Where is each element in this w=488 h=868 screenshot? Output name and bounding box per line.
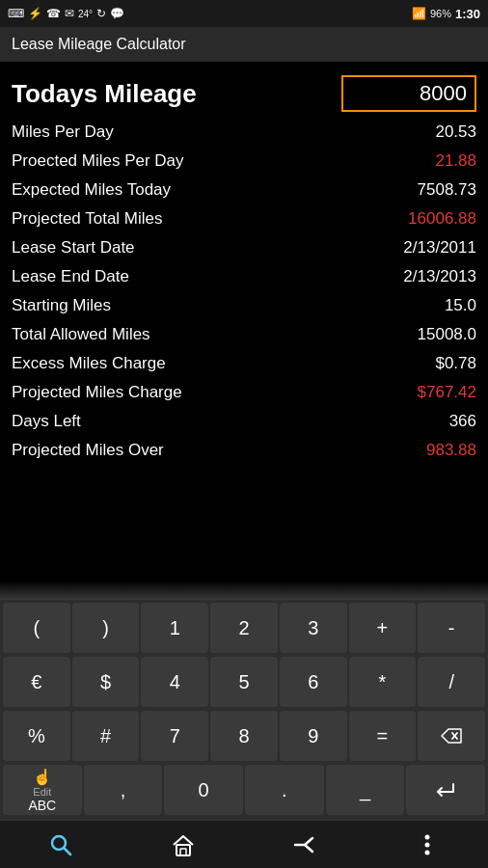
- table-row: Projected Miles Charge$767.42: [12, 378, 476, 407]
- keyboard-key-x[interactable]: #: [72, 711, 140, 761]
- table-row: Expected Miles Today7508.73: [12, 176, 476, 204]
- row-label: Projected Total Miles: [12, 209, 163, 229]
- keyboard-enter-key[interactable]: [406, 765, 485, 815]
- table-row: Excess Miles Charge$0.78: [12, 349, 476, 378]
- row-label: Proected Miles Per Day: [12, 151, 184, 171]
- row-label: Miles Per Day: [12, 122, 114, 142]
- home-nav-button[interactable]: [159, 826, 207, 864]
- keyboard-key-6[interactable]: 6: [280, 657, 347, 707]
- row-value: $0.78: [435, 354, 476, 373]
- row-value: 2/13/2011: [403, 238, 476, 258]
- row-value: 20.53: [435, 122, 476, 142]
- title-bar: Lease Mileage Calculator: [0, 27, 488, 62]
- row-label: Excess Miles Charge: [12, 354, 166, 373]
- table-row: Lease End Date2/13/2013: [12, 262, 476, 291]
- android-icon: ☎: [46, 7, 61, 20]
- usb2-icon: ⚡: [28, 7, 42, 20]
- svg-rect-4: [176, 845, 190, 855]
- nav-bar: [0, 820, 488, 868]
- keyboard-key-x[interactable]: +: [349, 603, 417, 653]
- sync-icon: ↻: [96, 7, 106, 20]
- battery-percentage: 96%: [430, 8, 451, 19]
- row-value: 15.0: [445, 296, 476, 315]
- keyboard-key-8[interactable]: 8: [210, 711, 278, 761]
- keyboard-key-4[interactable]: 4: [141, 657, 208, 707]
- keyboard-key-x[interactable]: ,: [84, 765, 163, 815]
- chat-icon: 💬: [110, 7, 124, 20]
- keyboard-shadow: [0, 581, 488, 600]
- keyboard-row: €$456*/: [2, 656, 486, 708]
- svg-line-3: [64, 848, 70, 854]
- keyboard-key-x[interactable]: ): [72, 603, 140, 653]
- keyboard-edit-key[interactable]: ☝EditABC: [3, 765, 82, 815]
- row-value: 983.88: [426, 441, 476, 460]
- svg-rect-5: [180, 849, 186, 855]
- num-icon: 24°: [78, 9, 93, 19]
- row-value: 366: [449, 412, 476, 431]
- main-content: Todays Mileage Miles Per Day20.53Proecte…: [0, 62, 488, 465]
- search-nav-button[interactable]: [37, 826, 85, 864]
- table-row: Lease Start Date2/13/2011: [12, 233, 476, 262]
- keyboard-area: ()123+-€$456*/%#789=☝EditABC,0._: [0, 581, 488, 820]
- keyboard-backspace-key[interactable]: [418, 711, 485, 761]
- status-time: 1:30: [455, 7, 480, 21]
- back-nav-button[interactable]: [281, 826, 329, 864]
- keyboard-key-x[interactable]: _: [326, 765, 405, 815]
- svg-point-7: [424, 834, 429, 839]
- keyboard-key-x[interactable]: .: [245, 765, 324, 815]
- row-label: Projected Miles Over: [12, 441, 164, 460]
- status-left-icons: ⌨ ⚡ ☎ ✉ 24° ↻ 💬: [8, 7, 124, 20]
- keyboard: ()123+-€$456*/%#789=☝EditABC,0._: [0, 600, 488, 820]
- keyboard-key-2[interactable]: 2: [210, 603, 278, 653]
- table-row: Miles Per Day20.53: [12, 118, 476, 147]
- mileage-input[interactable]: [341, 75, 476, 112]
- table-row: Starting Miles15.0: [12, 291, 476, 320]
- more-nav-button[interactable]: [403, 826, 451, 864]
- keyboard-key-5[interactable]: 5: [210, 657, 278, 707]
- data-rows-container: Miles Per Day20.53Proected Miles Per Day…: [12, 118, 476, 465]
- table-row: Total Allowed Miles15008.0: [12, 320, 476, 349]
- keyboard-key-x[interactable]: *: [349, 657, 417, 707]
- mileage-row: Todays Mileage: [12, 69, 476, 118]
- row-label: Lease End Date: [12, 267, 129, 286]
- table-row: Projected Total Miles16006.88: [12, 204, 476, 233]
- table-row: Projected Miles Over983.88: [12, 436, 476, 465]
- keyboard-key-x[interactable]: -: [418, 603, 485, 653]
- keyboard-key-1[interactable]: 1: [141, 603, 208, 653]
- row-value: $767.42: [418, 383, 476, 402]
- row-label: Lease Start Date: [12, 238, 135, 258]
- app-title: Lease Mileage Calculator: [12, 36, 186, 53]
- row-value: 2/13/2013: [403, 267, 476, 286]
- table-row: Days Left366: [12, 407, 476, 436]
- keyboard-key-0[interactable]: 0: [164, 765, 243, 815]
- status-right-icons: 📶 96% 1:30: [412, 7, 480, 21]
- wifi-icon: 📶: [412, 7, 426, 20]
- row-label: Projected Miles Charge: [12, 383, 182, 402]
- keyboard-row: %#789=: [2, 710, 486, 762]
- keyboard-key-x[interactable]: /: [418, 657, 485, 707]
- keyboard-key-9[interactable]: 9: [280, 711, 347, 761]
- keyboard-key-x[interactable]: (: [3, 603, 70, 653]
- row-label: Total Allowed Miles: [12, 325, 150, 344]
- todays-mileage-label: Todays Mileage: [12, 79, 197, 109]
- keyboard-key-x[interactable]: $: [72, 657, 140, 707]
- row-value: 21.88: [435, 151, 476, 171]
- mail-icon: ✉: [65, 7, 74, 20]
- row-label: Days Left: [12, 412, 81, 431]
- row-value: 7508.73: [418, 180, 476, 200]
- keyboard-row: ()123+-: [2, 602, 486, 654]
- keyboard-key-7[interactable]: 7: [141, 711, 208, 761]
- row-label: Starting Miles: [12, 296, 111, 315]
- row-value: 16006.88: [408, 209, 476, 229]
- keyboard-key-3[interactable]: 3: [280, 603, 347, 653]
- keyboard-key-x[interactable]: =: [349, 711, 417, 761]
- keyboard-row: ☝EditABC,0._: [2, 764, 486, 816]
- table-row: Proected Miles Per Day21.88: [12, 147, 476, 176]
- status-bar: ⌨ ⚡ ☎ ✉ 24° ↻ 💬 📶 96% 1:30: [0, 0, 488, 27]
- usb-icon: ⌨: [8, 7, 24, 20]
- svg-point-8: [424, 842, 429, 847]
- keyboard-key-x[interactable]: €: [3, 657, 70, 707]
- svg-point-9: [424, 850, 429, 854]
- row-value: 15008.0: [418, 325, 476, 344]
- keyboard-key-x[interactable]: %: [3, 711, 70, 761]
